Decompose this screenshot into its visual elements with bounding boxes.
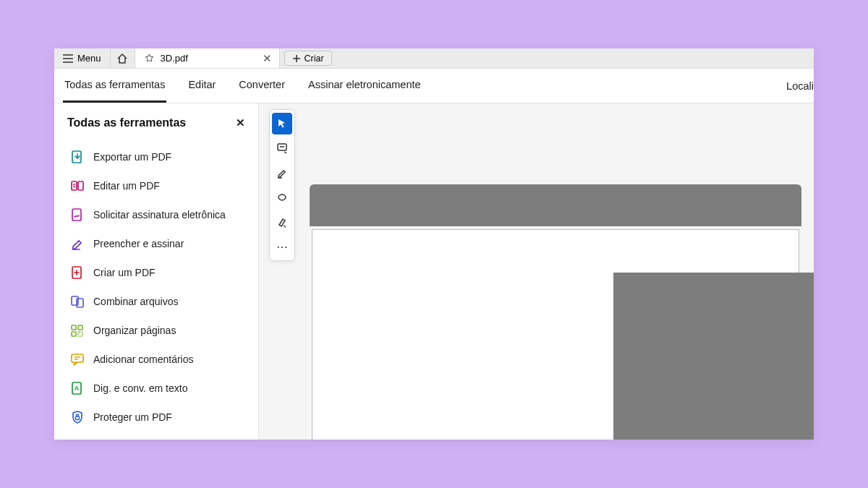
pen-tool-button[interactable] bbox=[272, 211, 292, 233]
create-button[interactable]: Criar bbox=[284, 51, 332, 66]
protect-icon bbox=[70, 410, 85, 424]
svg-rect-10 bbox=[78, 332, 82, 336]
tool-item-protect[interactable]: Proteger um PDF bbox=[67, 403, 251, 432]
sidebar-close-button[interactable]: ✕ bbox=[236, 116, 245, 129]
request-signature-icon bbox=[70, 207, 85, 222]
edit-pdf-icon bbox=[70, 179, 85, 193]
highlight-tool-button[interactable] bbox=[272, 162, 292, 184]
document-tab[interactable]: 3D.pdf ✕ bbox=[135, 48, 280, 68]
eraser-tool-button[interactable] bbox=[272, 187, 292, 208]
svg-text:A: A bbox=[75, 385, 80, 392]
tool-label: Organizar páginas bbox=[93, 325, 176, 336]
more-icon: ⋯ bbox=[276, 240, 289, 254]
fill-sign-icon bbox=[70, 236, 85, 251]
cursor-icon bbox=[276, 118, 288, 129]
tool-label: Exportar um PDF bbox=[93, 151, 171, 163]
tools-sidebar: Todas as ferramentas ✕ Exportar um PDFEd… bbox=[54, 103, 259, 440]
tool-item-create-pdf[interactable]: Criar um PDF bbox=[67, 258, 251, 287]
tool-label: Combinar arquivos bbox=[93, 296, 179, 307]
tool-item-fill-sign[interactable]: Preencher e assinar bbox=[67, 229, 251, 258]
document-canvas: ⋯ bbox=[259, 103, 814, 440]
tool-label: Proteger um PDF bbox=[93, 411, 172, 423]
pencil-icon bbox=[276, 167, 288, 179]
tool-item-export-pdf[interactable]: Exportar um PDF bbox=[67, 142, 251, 171]
home-button[interactable] bbox=[111, 48, 135, 68]
tab-convert[interactable]: Converter bbox=[237, 69, 286, 103]
tool-item-request-signature[interactable]: Solicitar assinatura eletrônica bbox=[67, 200, 251, 229]
document-viewport[interactable] bbox=[310, 184, 814, 440]
content-placeholder-top bbox=[310, 184, 801, 226]
export-pdf-icon bbox=[70, 150, 85, 164]
star-icon bbox=[144, 53, 155, 64]
ocr-icon: A bbox=[70, 381, 85, 395]
svg-rect-2 bbox=[78, 181, 83, 190]
floating-toolbar: ⋯ bbox=[269, 109, 295, 261]
tool-label: Adicionar comentários bbox=[93, 354, 194, 365]
tool-label: Editar um PDF bbox=[93, 180, 160, 192]
tool-item-combine[interactable]: Combinar arquivos bbox=[67, 287, 251, 316]
eraser-icon bbox=[276, 192, 288, 203]
app-window: Menu 3D.pdf ✕ Criar Todas as ferramentas… bbox=[54, 48, 814, 440]
home-icon bbox=[116, 53, 128, 64]
svg-rect-7 bbox=[72, 325, 76, 330]
plus-icon bbox=[292, 54, 301, 63]
main-area: Todas as ferramentas ✕ Exportar um PDFEd… bbox=[54, 103, 814, 440]
tool-label: Criar um PDF bbox=[93, 267, 156, 278]
tab-close-button[interactable]: ✕ bbox=[263, 53, 272, 64]
menu-button[interactable]: Menu bbox=[54, 48, 111, 68]
create-pdf-icon bbox=[70, 265, 85, 280]
hamburger-icon bbox=[63, 54, 73, 63]
sidebar-title: Todas as ferramentas bbox=[67, 116, 186, 129]
svg-rect-1 bbox=[72, 181, 77, 190]
comment-icon bbox=[70, 352, 85, 367]
menu-label: Menu bbox=[77, 53, 101, 64]
tab-all-tools[interactable]: Todas as ferramentas bbox=[63, 69, 166, 103]
tool-label: Dig. e conv. em texto bbox=[93, 382, 187, 394]
tool-item-comment[interactable]: Adicionar comentários bbox=[67, 345, 251, 374]
top-toolbar: Todas as ferramentas Editar Converter As… bbox=[54, 69, 814, 103]
tool-label: Solicitar assinatura eletrônica bbox=[93, 209, 226, 221]
pen-icon bbox=[276, 216, 288, 228]
tool-item-organize[interactable]: Organizar páginas bbox=[67, 316, 251, 345]
tab-filename: 3D.pdf bbox=[161, 53, 188, 64]
tool-item-ocr[interactable]: ADig. e conv. em texto bbox=[67, 374, 251, 403]
toolbar-right-label[interactable]: Locali bbox=[786, 80, 814, 92]
svg-rect-14 bbox=[76, 416, 80, 420]
tab-edit[interactable]: Editar bbox=[187, 69, 217, 103]
selection-tool-button[interactable] bbox=[272, 113, 292, 134]
svg-rect-11 bbox=[72, 354, 83, 362]
tool-item-edit-pdf[interactable]: Editar um PDF bbox=[67, 171, 251, 200]
title-bar: Menu 3D.pdf ✕ Criar bbox=[54, 48, 814, 69]
close-icon: ✕ bbox=[236, 116, 245, 129]
tab-esign[interactable]: Assinar eletronicamente bbox=[307, 69, 422, 103]
sidebar-header: Todas as ferramentas ✕ bbox=[67, 116, 251, 129]
svg-rect-9 bbox=[72, 332, 76, 336]
tool-label: Preencher e assinar bbox=[93, 238, 184, 249]
organize-icon bbox=[70, 323, 85, 338]
close-icon: ✕ bbox=[263, 52, 272, 64]
note-icon bbox=[276, 142, 288, 154]
content-placeholder-right bbox=[613, 273, 814, 440]
svg-rect-8 bbox=[78, 325, 82, 330]
create-label: Criar bbox=[305, 53, 324, 64]
more-tools-button[interactable]: ⋯ bbox=[272, 236, 292, 257]
note-tool-button[interactable] bbox=[272, 137, 292, 159]
tool-list: Exportar um PDFEditar um PDFSolicitar as… bbox=[67, 142, 251, 432]
combine-icon bbox=[70, 294, 85, 309]
svg-rect-3 bbox=[72, 209, 81, 221]
